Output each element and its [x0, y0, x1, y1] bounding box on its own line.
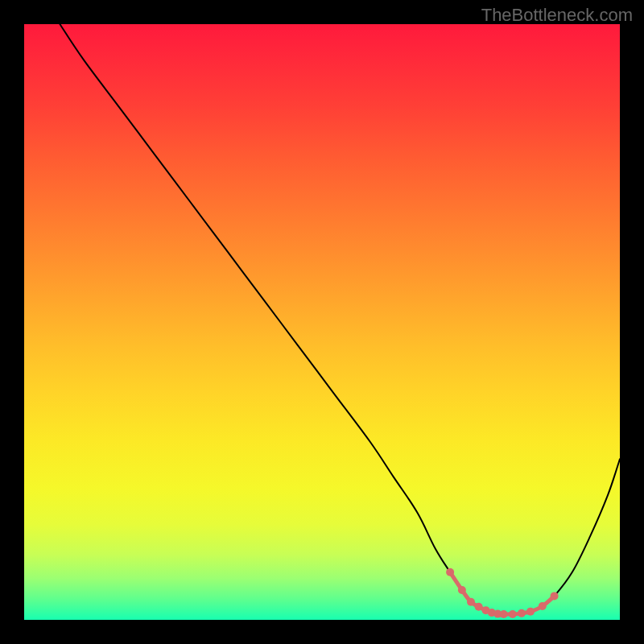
marker-dot	[446, 568, 454, 576]
marker-dot	[458, 586, 466, 594]
marker-dot	[475, 603, 483, 611]
marker-dot	[467, 598, 475, 606]
watermark-text: TheBottleneck.com	[481, 5, 633, 26]
marker-dot	[551, 592, 559, 600]
bottleneck-curve	[60, 24, 620, 614]
marker-dot	[518, 609, 526, 617]
chart-svg	[24, 24, 620, 620]
marker-dot	[500, 610, 508, 618]
marker-path	[450, 572, 555, 614]
chart-area	[24, 24, 620, 620]
marker-dot	[526, 608, 535, 616]
marker-cluster	[446, 568, 559, 618]
marker-dot	[539, 602, 547, 610]
marker-dot	[509, 610, 517, 618]
